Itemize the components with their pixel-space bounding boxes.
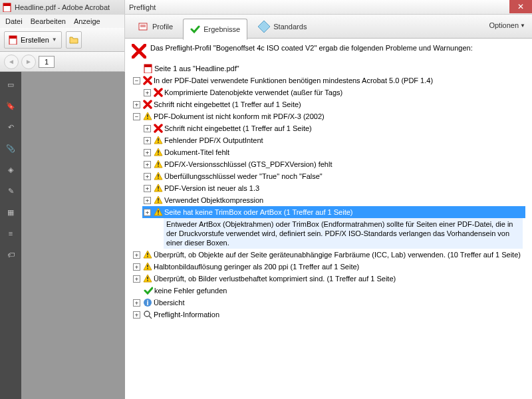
warn-icon <box>143 250 152 259</box>
options-menu[interactable]: Optionen ▼ <box>489 21 525 29</box>
standards-panel-icon[interactable]: ≡ <box>5 227 17 239</box>
expand-icon[interactable]: + <box>144 89 151 96</box>
expand-icon[interactable]: + <box>144 137 151 144</box>
menu-file[interactable]: Datei <box>5 17 23 25</box>
tree-pf-info[interactable]: + Preflight-Information <box>132 309 525 321</box>
attachments-panel-icon[interactable]: 📎 <box>5 142 17 154</box>
acrobat-menubar[interactable]: Datei Bearbeiten Anzeige <box>0 15 124 28</box>
create-button[interactable]: Erstellen ▼ <box>4 31 62 49</box>
expand-icon[interactable]: + <box>144 173 151 180</box>
info-icon <box>143 298 152 307</box>
tree-font-not-embedded[interactable]: + Schrift nicht eingebettet (1 Treffer a… <box>132 98 525 110</box>
preflight-body: Das Preflight-Profil "Bogenoffset 4c ISO… <box>125 39 532 399</box>
tree-objcomp[interactable]: + Verwendet Objektkompression <box>142 194 525 206</box>
expand-icon[interactable]: + <box>133 275 140 283</box>
layers-panel-icon[interactable]: ◈ <box>5 164 17 176</box>
acrobat-main-window: Headline.pdf - Adobe Acrobat Datei Bearb… <box>0 0 125 399</box>
acrobat-titlebar: Headline.pdf - Adobe Acrobat <box>0 0 124 15</box>
expand-icon[interactable]: + <box>144 185 151 192</box>
preflight-summary: Das Preflight-Profil "Bogenoffset 4c ISO… <box>132 44 525 59</box>
warn-icon <box>154 196 163 205</box>
preflight-panel: Preflight ✕ Profile Ergebnisse Standards… <box>125 0 532 399</box>
x-icon <box>143 76 152 85</box>
warn-icon <box>143 112 152 121</box>
tags-panel-icon[interactable]: 🏷 <box>5 249 17 261</box>
preflight-tabs: Profile Ergebnisse Standards Optionen ▼ <box>125 15 532 39</box>
collapse-icon[interactable]: − <box>133 77 140 84</box>
summary-text: Das Preflight-Profil "Bogenoffset 4c ISO… <box>150 44 473 52</box>
acrobat-navbar: ◄ ► 1 <box>0 52 124 72</box>
x-icon <box>132 44 146 59</box>
profile-icon <box>138 21 150 32</box>
expand-icon[interactable]: + <box>144 125 151 132</box>
tree-trapping[interactable]: + Überfüllungsschlüssel weder "True" noc… <box>142 170 525 182</box>
warn-icon <box>143 274 152 283</box>
close-button[interactable]: ✕ <box>509 0 532 13</box>
pages-panel-icon[interactable]: ▭ <box>5 78 17 90</box>
expand-icon[interactable]: + <box>144 197 151 204</box>
expand-icon[interactable]: + <box>144 209 151 216</box>
menu-edit[interactable]: Bearbeiten <box>31 17 66 25</box>
tree-trimbox-detail: Entweder ArtBox (Objektrahmen) oder Trim… <box>164 218 523 249</box>
tree-page-info[interactable]: Seite 1 aus "Headline.pdf" <box>142 63 525 74</box>
tree-overview[interactable]: + Übersicht <box>132 297 525 309</box>
acrobat-title-text: Headline.pdf - Adobe Acrobat <box>15 3 110 11</box>
tree-lossy[interactable]: + Überprüft, ob Bilder verlustbehaftet k… <box>132 273 525 285</box>
document-view[interactable] <box>21 72 125 399</box>
signatures-panel-icon[interactable]: ✎ <box>5 185 17 197</box>
expand-icon[interactable]: + <box>133 311 140 319</box>
tree-compressed[interactable]: + Komprimierte Datenobjekte verwendet (a… <box>142 86 525 98</box>
tree-missing-oi[interactable]: + Fehlender PDF/X OutputIntent <box>142 134 525 146</box>
x-icon <box>154 124 163 133</box>
tree-title-missing[interactable]: + Dokument-Titel fehlt <box>142 146 525 158</box>
warn-icon <box>154 136 163 145</box>
magnifier-icon <box>143 310 152 319</box>
expand-icon[interactable]: + <box>133 251 140 259</box>
folder-open-icon <box>69 35 78 45</box>
tree-acrobat5[interactable]: − In der PDF-Datei verwendete Funktionen… <box>132 74 525 86</box>
warn-icon <box>154 160 163 169</box>
expand-icon[interactable]: + <box>144 149 151 156</box>
tree-font-not-embedded2[interactable]: + Schrift nicht eingebettet (1 Treffer a… <box>142 122 525 134</box>
nav-next-button[interactable]: ► <box>21 55 36 69</box>
tree-no-errors[interactable]: keine Fehler gefunden <box>142 285 525 297</box>
tree-not-conform[interactable]: − PDF-Dokument ist nicht konform mit PDF… <box>132 110 525 122</box>
acrobat-side-panel: ▭ 🔖 ↶ 📎 ◈ ✎ ▦ ≡ 🏷 <box>0 72 21 399</box>
bookmarks-panel-icon[interactable]: 🔖 <box>5 100 17 112</box>
tree-halftone[interactable]: + Halbtonbildauflösung geringer als 200 … <box>132 261 525 273</box>
tree-pdfver[interactable]: + PDF-Version ist neuer als 1.3 <box>142 182 525 194</box>
menu-view[interactable]: Anzeige <box>74 17 100 25</box>
x-icon <box>154 88 163 97</box>
tree-icc[interactable]: + Überprüft, ob Objekte auf der Seite ge… <box>132 249 525 261</box>
undo-icon[interactable]: ↶ <box>5 121 17 133</box>
expand-icon[interactable]: + <box>144 161 151 168</box>
results-tree[interactable]: Seite 1 aus "Headline.pdf" − In der PDF-… <box>132 63 525 321</box>
chevron-down-icon: ▼ <box>520 23 525 29</box>
x-icon <box>143 100 152 109</box>
model-tree-icon[interactable]: ▦ <box>5 206 17 218</box>
nav-prev-button[interactable]: ◄ <box>4 55 19 69</box>
create-pdf-icon <box>9 35 18 45</box>
chevron-down-icon: ▼ <box>52 37 57 43</box>
tab-standards[interactable]: Standards <box>250 17 314 36</box>
expand-icon[interactable]: + <box>133 101 140 108</box>
preflight-title-text: Preflight <box>129 3 156 11</box>
collapse-icon[interactable]: − <box>133 113 140 120</box>
check-x-icon <box>190 25 201 34</box>
diamond-icon <box>257 20 271 33</box>
tree-version-key[interactable]: + PDF/X-Versionsschlüssel (GTS_PDFXVersi… <box>142 158 525 170</box>
pdf-page-icon <box>144 64 153 73</box>
warn-icon <box>154 207 163 217</box>
page-number-input[interactable]: 1 <box>39 56 55 68</box>
check-icon <box>144 286 153 295</box>
pdf-app-icon <box>3 3 12 12</box>
tab-results[interactable]: Ergebnisse <box>183 19 247 40</box>
expand-icon[interactable]: + <box>133 299 140 307</box>
expand-icon[interactable]: + <box>133 263 140 271</box>
acrobat-toolbar: Erstellen ▼ <box>0 28 124 52</box>
open-button[interactable] <box>66 31 82 49</box>
warn-icon <box>154 172 163 181</box>
tab-profile[interactable]: Profile <box>130 17 180 36</box>
warn-icon <box>154 184 163 193</box>
tree-trimbox[interactable]: + Seite hat keine TrimBox oder ArtBox (1… <box>142 206 525 218</box>
